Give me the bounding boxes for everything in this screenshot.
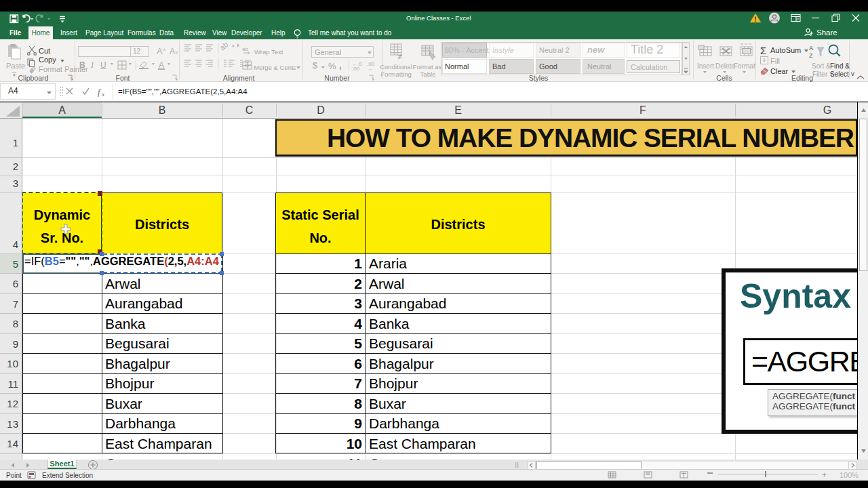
svg-text:A: A [809, 45, 814, 52]
svg-text:ab: ab [242, 46, 248, 52]
svg-text:ab: ab [218, 40, 230, 52]
svg-text:.00: .00 [352, 66, 360, 72]
svg-text:A: A [159, 60, 164, 70]
svg-text:A: A [157, 46, 163, 56]
svg-text:˅: ˅ [175, 49, 178, 56]
svg-text:→: → [367, 66, 372, 72]
svg-text:˄: ˄ [163, 47, 166, 53]
svg-text:≠: ≠ [397, 52, 402, 61]
svg-text:Z: Z [809, 52, 813, 59]
svg-text:A: A [170, 47, 175, 56]
svg-text:x: x [101, 91, 104, 98]
